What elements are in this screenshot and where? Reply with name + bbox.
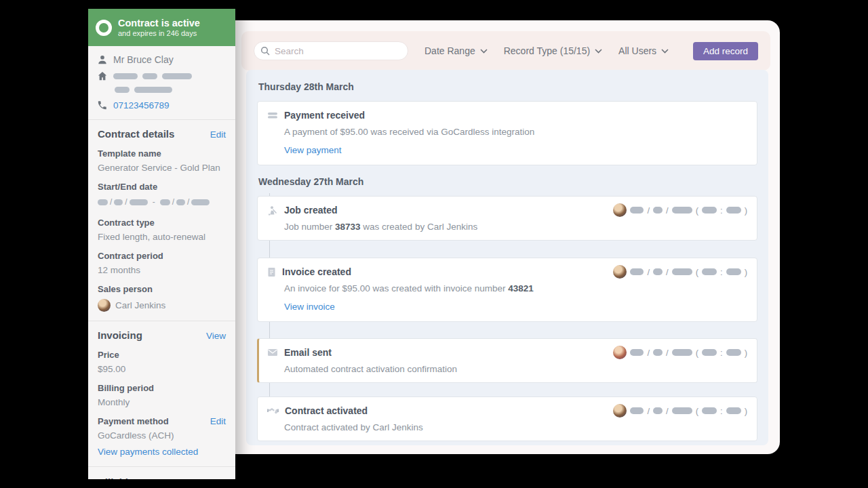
field-value: Generator Service - Gold Plan [98,163,226,173]
invoicing-section: Invoicing View Price $95.00 Billing peri… [88,321,235,467]
status-title: Contract is active [118,18,200,29]
field-label: Price [98,350,226,360]
add-record-button[interactable]: Add record [693,42,758,60]
home-icon [98,71,107,81]
redacted-date [630,207,644,214]
salesperson-name: Carl Jenkins [115,300,165,310]
redacted-date [630,349,644,356]
card-title: Email sent [284,347,332,358]
card-description: A payment of $95.00 was received via GoC… [284,127,747,137]
email-envelope-icon [267,348,278,357]
timeline-card-contract-activated[interactable]: Contract activated Contract activated by… [257,396,757,441]
search-icon [260,46,270,56]
timeline-card-payment-received[interactable]: Payment received A payment of $95.00 was… [257,101,757,165]
timeline-card-invoice-created[interactable]: Invoice created An invoice for $95.00 wa… [257,258,757,322]
chevron-down-icon [661,49,669,54]
contract-details-section: Contract details Edit Template name Gene… [88,120,235,321]
redacted-time [702,407,717,414]
redacted-date [653,407,663,414]
avatar [613,265,627,279]
phone-number-link[interactable]: 07123456789 [113,100,170,110]
timeline-card-email-sent[interactable]: Email sent Automated contract activation… [257,338,757,383]
redacted-date [630,268,644,275]
view-invoicing-link[interactable]: View [206,331,226,341]
field-label: Payment method [98,416,169,426]
search-box [254,41,408,60]
section-title: Billable rates [98,476,161,479]
card-meta: // (:) [613,265,747,279]
field-label: Start/End date [98,182,226,192]
handshake-icon [267,407,279,415]
redacted-date [672,349,692,356]
redacted-time [726,407,741,414]
field-value: GoCardless (ACH) [98,430,226,441]
status-ring-icon [96,20,112,36]
contact-section: Mr Bruce Clay 07123456789 [88,46,235,120]
card-description: Automated contract activation confirmati… [284,364,747,374]
timeline-date-header: Thursday 28th March [258,81,757,92]
filter-users-label: All Users [618,45,656,56]
timeline-date-header: Wednesday 27th March [258,176,757,187]
contract-sidebar: Contract is active and expires in 246 da… [88,9,235,479]
chevron-down-icon [595,49,602,54]
filter-users[interactable]: All Users [618,45,669,56]
redacted-date [653,349,663,356]
redacted-time [726,207,741,214]
view-invoice-link[interactable]: View invoice [284,302,335,312]
redacted-date [672,207,692,214]
contract-status-banner: Contract is active and expires in 246 da… [88,9,235,46]
filter-record-type-label: Record Type (15/15) [504,45,590,56]
search-input[interactable] [254,41,408,60]
card-meta: // (:) [613,404,747,418]
filter-date-range-label: Date Range [425,45,475,56]
chevron-down-icon [480,49,488,54]
redacted-date [653,268,663,275]
redacted-date [653,207,663,214]
status-subtitle: and expires in 246 days [118,29,200,38]
field-label: Billing period [98,383,226,393]
redacted-address-line-1 [113,73,192,79]
redacted-time [726,268,741,275]
card-description: Contract activated by Carl Jenkins [284,422,747,432]
redacted-time [702,207,717,214]
edit-billable-rates-link[interactable]: Edit [210,478,226,479]
section-title: Contract details [98,128,174,140]
filter-date-range[interactable]: Date Range [425,45,488,56]
edit-contract-details-link[interactable]: Edit [210,129,226,140]
card-title: Payment received [284,110,365,121]
redacted-date [672,407,692,414]
field-value: 12 months [98,265,226,275]
card-title: Contract activated [285,405,368,416]
payment-icon [267,110,278,120]
redacted-time [726,349,741,356]
card-description: Job number 38733 was created by Carl Jen… [284,222,747,232]
filter-record-type[interactable]: Record Type (15/15) [504,45,602,56]
field-label: Contract period [98,251,226,261]
field-value: Monthly [98,397,226,407]
customer-name: Mr Bruce Clay [113,54,174,65]
redacted-address-line-2 [115,87,172,93]
view-payments-collected-link[interactable]: View payments collected [98,447,198,457]
card-meta: // (:) [613,346,747,359]
toolbar: Date Range Record Type (15/15) All Users… [241,31,770,70]
redacted-date [672,268,692,275]
redacted-start-end-dates: // - // [98,197,226,207]
redacted-time [702,349,717,356]
field-label: Sales person [98,284,226,294]
person-icon [98,55,107,64]
card-description: An invoice for $95.00 was created with i… [284,283,747,293]
main-window: Date Range Record Type (15/15) All Users… [224,20,780,454]
phone-icon [98,101,107,110]
timeline-card-job-created[interactable]: Job created Job number 38733 was created… [257,196,757,241]
edit-payment-method-link[interactable]: Edit [210,416,226,426]
view-payment-link[interactable]: View payment [284,145,342,155]
redacted-time [702,268,717,275]
field-value: Fixed length, auto-renewal [98,232,226,242]
avatar [613,404,627,418]
job-worker-icon [267,205,278,216]
card-meta: // (:) [613,203,747,217]
field-label: Template name [98,148,226,159]
card-title: Invoice created [282,266,351,277]
section-title: Invoicing [98,329,142,341]
field-value: $95.00 [98,364,226,374]
